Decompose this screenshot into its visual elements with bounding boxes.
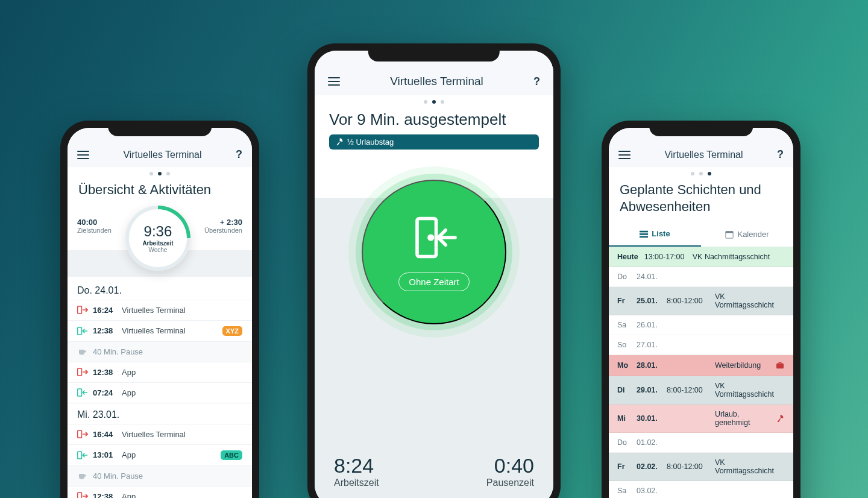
- row-activity: Urlaub, genehmigt: [715, 410, 769, 427]
- row-time: 8:00-12:00: [667, 462, 709, 471]
- hamburger-icon: [328, 77, 340, 86]
- clock-in-button[interactable]: Ohne Zeitart: [362, 180, 506, 324]
- tab-list-label: Liste: [652, 229, 670, 238]
- schedule-row[interactable]: Sa26.01.: [609, 315, 793, 335]
- activity-entry[interactable]: 40 Min. Pause: [68, 341, 252, 362]
- entry-time: 12:38: [93, 368, 117, 377]
- activity-entry[interactable]: 16:44Virtuelles Terminal: [68, 424, 252, 444]
- row-time: 8:00-12:00: [667, 297, 709, 305]
- row-weekday: Do: [617, 438, 631, 447]
- row-weekday: Fr: [617, 297, 631, 305]
- beach-icon: [775, 414, 785, 423]
- entry-time: 16:24: [93, 306, 117, 315]
- row-weekday: Fr: [617, 462, 631, 471]
- app-title: Virtuelles Terminal: [664, 150, 743, 160]
- schedule-row[interactable]: Mo28.01.Weiterbildung: [609, 355, 793, 376]
- schedule-row[interactable]: Mi30.01.Urlaub, genehmigt: [609, 405, 793, 433]
- svg-rect-9: [640, 230, 648, 232]
- tab-list[interactable]: Liste: [609, 222, 701, 247]
- entry-label: App: [122, 450, 216, 459]
- activity-entry[interactable]: 07:24App: [68, 382, 252, 403]
- entry-time: 13:01: [93, 450, 117, 459]
- overtime-hours: + 2:30 Überstunden: [204, 218, 242, 234]
- schedule-row[interactable]: So27.01.: [609, 335, 793, 355]
- time-type-pill[interactable]: Ohne Zeitart: [398, 273, 469, 291]
- activity-entry[interactable]: 40 Min. Pause: [68, 465, 252, 486]
- door-out-icon: [77, 368, 88, 376]
- entry-label: Virtuelles Terminal: [122, 326, 218, 335]
- app-title: Virtuelles Terminal: [390, 75, 483, 88]
- row-date: 02.02.: [637, 462, 661, 471]
- svg-rect-13: [726, 231, 733, 233]
- row-date: 29.01.: [637, 386, 661, 394]
- phone-notch: [108, 121, 212, 136]
- schedule-row[interactable]: Fr02.02.8:00-12:00VK Vormittagsschicht: [609, 453, 793, 481]
- entry-time: 12:38: [93, 492, 117, 499]
- row-weekday: Sa: [617, 487, 631, 495]
- row-date: 30.01.: [637, 414, 661, 423]
- absence-chip[interactable]: ½ Urlaubstag: [329, 134, 539, 150]
- activity-entry[interactable]: 12:38App: [68, 362, 252, 382]
- terminal-body: Ohne Zeitart 8:24 Arbeitszeit 0:40 Pause…: [315, 156, 553, 499]
- schedule-list[interactable]: Heute13:00-17:00VK NachmittagsschichtDo2…: [609, 247, 793, 498]
- row-weekday: Mi: [617, 414, 631, 423]
- svg-rect-10: [640, 233, 648, 235]
- tab-calendar-label: Kalender: [737, 230, 769, 239]
- schedule-row[interactable]: Do01.02.: [609, 433, 793, 453]
- help-button[interactable]: ?: [236, 148, 242, 161]
- door-out-icon: [77, 492, 88, 498]
- status-line: Vor 9 Min. ausgestempelt: [315, 106, 553, 134]
- entry-badge: XYZ: [222, 326, 242, 336]
- schedule-row[interactable]: Sa03.02.: [609, 481, 793, 498]
- activity-entry[interactable]: 16:24Virtuelles Terminal: [68, 300, 252, 320]
- target-hours: 40:00 Zielstunden: [77, 218, 112, 234]
- door-out-icon: [77, 306, 88, 314]
- activity-entry[interactable]: 12:38Virtuelles TerminalXYZ: [68, 320, 252, 341]
- page-dots[interactable]: [609, 167, 793, 178]
- row-activity: VK Vormittagsschicht: [715, 292, 785, 309]
- schedule-row[interactable]: Do24.01.: [609, 267, 793, 287]
- time-summary: 8:24 Arbeitszeit 0:40 Pausenzeit: [315, 454, 553, 488]
- phone-terminal: Virtuelles Terminal ? Vor 9 Min. ausgest…: [307, 43, 561, 498]
- activity-entry[interactable]: 12:38App: [68, 486, 252, 499]
- entry-label: Virtuelles Terminal: [122, 430, 242, 439]
- svg-rect-11: [640, 236, 648, 238]
- day-header: Do. 24.01.: [68, 277, 252, 300]
- activity-list[interactable]: Do. 24.01. 16:24Virtuelles Terminal 12:3…: [68, 250, 252, 499]
- entry-label: 40 Min. Pause: [93, 347, 242, 356]
- menu-button[interactable]: [618, 151, 631, 159]
- row-date: 28.01.: [637, 361, 661, 370]
- row-time: 13:00-17:00: [644, 253, 687, 261]
- schedule-row[interactable]: Fr25.01.8:00-12:00VK Vormittagsschicht: [609, 287, 793, 315]
- row-activity: VK Vormittagsschicht: [715, 382, 785, 399]
- page-title: Übersicht & Aktivitäten: [68, 178, 252, 206]
- row-date: 26.01.: [637, 321, 661, 329]
- list-icon: [640, 230, 648, 238]
- schedule-row[interactable]: Di29.01.8:00-12:00VK Vormittagsschicht: [609, 376, 793, 405]
- svg-rect-3: [78, 389, 82, 396]
- menu-button[interactable]: [77, 151, 89, 159]
- row-weekday: Di: [617, 386, 631, 394]
- page-dots[interactable]: [315, 95, 553, 106]
- screen-schedule: Virtuelles Terminal ? Geplante Schichten…: [609, 128, 793, 498]
- page-dots[interactable]: [68, 167, 252, 178]
- pausetime-block: 0:40 Pausenzeit: [486, 454, 534, 488]
- calendar-icon: [725, 230, 734, 239]
- tab-calendar[interactable]: Kalender: [701, 222, 793, 247]
- entry-badge: ABC: [221, 450, 242, 460]
- activity-entry[interactable]: 13:01AppABC: [68, 444, 252, 465]
- page-title: Geplante Schichten und Abwesenheiten: [609, 178, 793, 222]
- entry-time: 16:44: [93, 430, 117, 439]
- help-button[interactable]: ?: [533, 75, 540, 88]
- schedule-row[interactable]: Heute13:00-17:00VK Nachmittagsschicht: [609, 247, 793, 267]
- screen-terminal: Virtuelles Terminal ? Vor 9 Min. ausgest…: [315, 51, 553, 498]
- entry-time: 07:24: [93, 388, 117, 397]
- row-date: 01.02.: [637, 438, 661, 447]
- worktime-ring[interactable]: 9:36 Arbeitszeit Woche: [125, 206, 190, 271]
- row-weekday: Mo: [617, 361, 631, 370]
- help-button[interactable]: ?: [777, 148, 784, 161]
- door-in-icon: [77, 388, 88, 397]
- menu-button[interactable]: [328, 77, 340, 86]
- row-time: 8:00-12:00: [667, 386, 709, 394]
- day-header: Mi. 23.01.: [68, 403, 252, 424]
